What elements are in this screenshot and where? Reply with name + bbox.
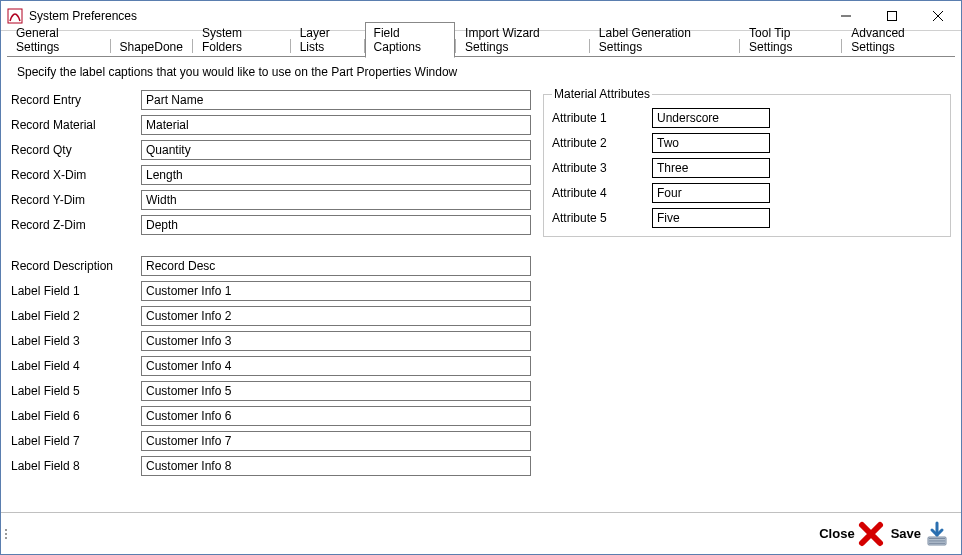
field-input[interactable]: [141, 406, 531, 426]
field-input[interactable]: [141, 115, 531, 135]
svg-rect-4: [929, 540, 945, 541]
tab-shapedone[interactable]: ShapeDone: [111, 36, 192, 58]
save-disk-icon: [923, 520, 951, 548]
material-attributes-legend: Material Attributes: [552, 87, 652, 101]
field-row: Record Material: [11, 112, 531, 137]
attribute-label: Attribute 5: [552, 211, 652, 225]
tab-label-generation-settings[interactable]: Label Generation Settings: [590, 22, 739, 58]
attribute-label: Attribute 3: [552, 161, 652, 175]
attribute-row: Attribute 2: [552, 130, 942, 155]
attribute-label: Attribute 1: [552, 111, 652, 125]
field-input[interactable]: [141, 215, 531, 235]
attribute-label: Attribute 4: [552, 186, 652, 200]
field-row: Record Z-Dim: [11, 212, 531, 237]
close-button-label: Close: [819, 526, 854, 541]
material-attributes-fieldset: Material Attributes Attribute 1Attribute…: [543, 87, 951, 237]
field-input[interactable]: [141, 90, 531, 110]
svg-rect-3: [929, 538, 945, 539]
field-input[interactable]: [141, 356, 531, 376]
tab-content: Specify the label captions that you woul…: [1, 57, 961, 512]
field-input[interactable]: [141, 281, 531, 301]
field-label: Label Field 6: [11, 409, 141, 423]
attribute-row: Attribute 5: [552, 205, 942, 230]
field-row: Label Field 5: [11, 378, 531, 403]
attribute-row: Attribute 4: [552, 180, 942, 205]
field-label: Label Field 4: [11, 359, 141, 373]
field-label: Label Field 2: [11, 309, 141, 323]
field-input[interactable]: [141, 331, 531, 351]
field-row: Record X-Dim: [11, 162, 531, 187]
field-row: Label Field 4: [11, 353, 531, 378]
field-input[interactable]: [141, 140, 531, 160]
field-row: Record Description: [11, 253, 531, 278]
field-input[interactable]: [141, 381, 531, 401]
field-input[interactable]: [141, 190, 531, 210]
tab-field-captions[interactable]: Field Captions: [365, 22, 456, 58]
save-button[interactable]: Save: [889, 518, 953, 550]
attribute-input[interactable]: [652, 108, 770, 128]
field-label: Label Field 3: [11, 334, 141, 348]
field-input[interactable]: [141, 256, 531, 276]
field-row: Label Field 3: [11, 328, 531, 353]
field-label: Record Description: [11, 259, 141, 273]
save-button-label: Save: [891, 526, 921, 541]
material-attributes-panel: Material Attributes Attribute 1Attribute…: [539, 87, 951, 478]
tabs-bar: General SettingsShapeDoneSystem FoldersL…: [1, 31, 961, 57]
field-label: Label Field 1: [11, 284, 141, 298]
field-input[interactable]: [141, 456, 531, 476]
field-input[interactable]: [141, 431, 531, 451]
attribute-label: Attribute 2: [552, 136, 652, 150]
svg-rect-5: [929, 542, 945, 543]
field-input[interactable]: [141, 165, 531, 185]
close-button[interactable]: Close: [817, 518, 886, 550]
field-label: Record Qty: [11, 143, 141, 157]
tab-tool-tip-settings[interactable]: Tool Tip Settings: [740, 22, 841, 58]
tab-system-folders[interactable]: System Folders: [193, 22, 290, 58]
resize-handle-icon: [5, 513, 11, 554]
tab-advanced-settings[interactable]: Advanced Settings: [842, 22, 955, 58]
tab-import-wizard-settings[interactable]: Import Wizard Settings: [456, 22, 589, 58]
system-preferences-window: System Preferences General SettingsShape…: [0, 0, 962, 555]
field-row: Record Y-Dim: [11, 187, 531, 212]
tab-general-settings[interactable]: General Settings: [7, 22, 110, 58]
field-row: Record Entry: [11, 87, 531, 112]
field-input[interactable]: [141, 306, 531, 326]
footer-bar: Close Save: [1, 512, 961, 554]
field-label: Label Field 5: [11, 384, 141, 398]
field-row: Label Field 1: [11, 278, 531, 303]
field-label: Record Material: [11, 118, 141, 132]
attribute-input[interactable]: [652, 208, 770, 228]
field-row: Label Field 7: [11, 428, 531, 453]
svg-rect-1: [888, 11, 897, 20]
attribute-input[interactable]: [652, 133, 770, 153]
attribute-row: Attribute 3: [552, 155, 942, 180]
attribute-row: Attribute 1: [552, 105, 942, 130]
window-title: System Preferences: [29, 9, 137, 23]
tab-layer-lists[interactable]: Layer Lists: [291, 22, 364, 58]
field-row: Label Field 2: [11, 303, 531, 328]
field-label: Record Y-Dim: [11, 193, 141, 207]
attribute-input[interactable]: [652, 158, 770, 178]
field-label: Record X-Dim: [11, 168, 141, 182]
field-label: Label Field 8: [11, 459, 141, 473]
description-text: Specify the label captions that you woul…: [17, 65, 951, 79]
attribute-input[interactable]: [652, 183, 770, 203]
close-x-icon: [857, 520, 885, 548]
field-captions-form: Record EntryRecord MaterialRecord QtyRec…: [11, 87, 531, 478]
field-label: Record Z-Dim: [11, 218, 141, 232]
field-label: Label Field 7: [11, 434, 141, 448]
field-label: Record Entry: [11, 93, 141, 107]
field-row: Record Qty: [11, 137, 531, 162]
field-row: Label Field 6: [11, 403, 531, 428]
field-row: Label Field 8: [11, 453, 531, 478]
